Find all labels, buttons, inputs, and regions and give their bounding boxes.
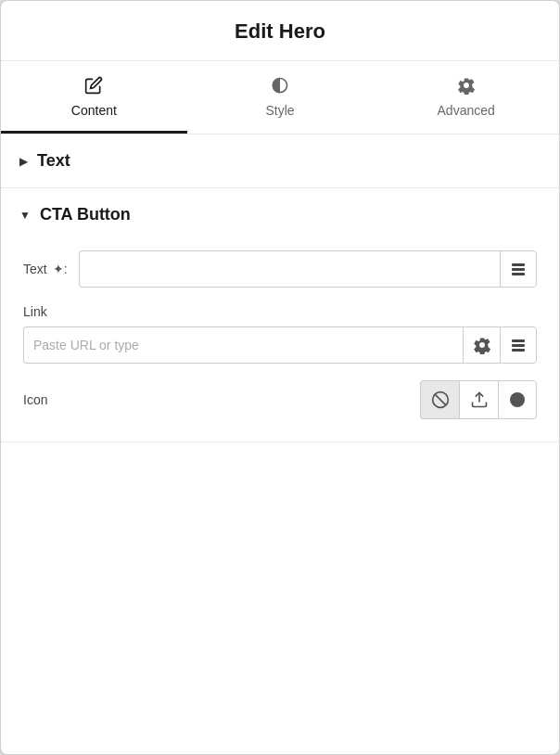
tabs-container: Content Style Advanced xyxy=(1,61,559,134)
cta-section-content: Text ✦: Link xyxy=(1,241,559,441)
link-settings-button[interactable] xyxy=(463,326,500,364)
tab-style-label: Style xyxy=(265,103,294,118)
icon-controls xyxy=(420,380,537,419)
icon-section: Icon xyxy=(23,380,537,419)
link-input-row xyxy=(23,326,537,364)
tab-content-label: Content xyxy=(71,103,117,118)
gear-icon xyxy=(457,76,476,97)
cta-section-title: CTA Button xyxy=(40,205,131,224)
cta-section-header[interactable]: ▼ CTA Button xyxy=(1,188,559,241)
link-stack-icon xyxy=(512,339,525,352)
stack-icon xyxy=(512,263,525,275)
settings-icon xyxy=(473,336,491,354)
no-icon xyxy=(431,390,450,409)
ai-sparkle-icon: ✦: xyxy=(53,262,68,276)
style-icon xyxy=(271,76,289,97)
icon-label: Icon xyxy=(23,392,420,407)
icon-circle-button[interactable] xyxy=(498,380,537,419)
edit-hero-panel: Edit Hero Content Style xyxy=(0,0,560,755)
text-field-controls xyxy=(79,250,537,288)
text-section-arrow: ▶ xyxy=(19,155,28,168)
tab-advanced[interactable]: Advanced xyxy=(373,61,559,134)
tab-content[interactable]: Content xyxy=(1,61,187,134)
link-label: Link xyxy=(23,304,537,319)
icon-none-button[interactable] xyxy=(420,380,459,419)
text-section: ▶ Text xyxy=(1,134,559,188)
cta-section-arrow: ▼ xyxy=(19,209,31,222)
link-section: Link xyxy=(23,304,537,364)
cta-button-section: ▼ CTA Button Text ✦: xyxy=(1,188,559,442)
tab-style[interactable]: Style xyxy=(187,61,374,134)
link-stack-button[interactable] xyxy=(500,326,537,364)
text-section-header[interactable]: ▶ Text xyxy=(1,134,559,187)
text-field-row: Text ✦: xyxy=(23,250,537,288)
icon-upload-button[interactable] xyxy=(459,380,498,419)
text-field-label: Text ✦: xyxy=(23,262,79,276)
text-input[interactable] xyxy=(79,250,500,288)
link-input[interactable] xyxy=(23,326,463,364)
panel-title: Edit Hero xyxy=(23,19,537,44)
pencil-icon xyxy=(84,76,103,97)
circle-icon xyxy=(510,392,525,407)
text-stack-button[interactable] xyxy=(500,250,537,288)
text-section-title: Text xyxy=(37,151,70,171)
svg-line-1 xyxy=(435,394,446,405)
upload-icon xyxy=(470,390,489,409)
panel-header: Edit Hero xyxy=(1,1,559,61)
tab-advanced-label: Advanced xyxy=(438,103,495,118)
